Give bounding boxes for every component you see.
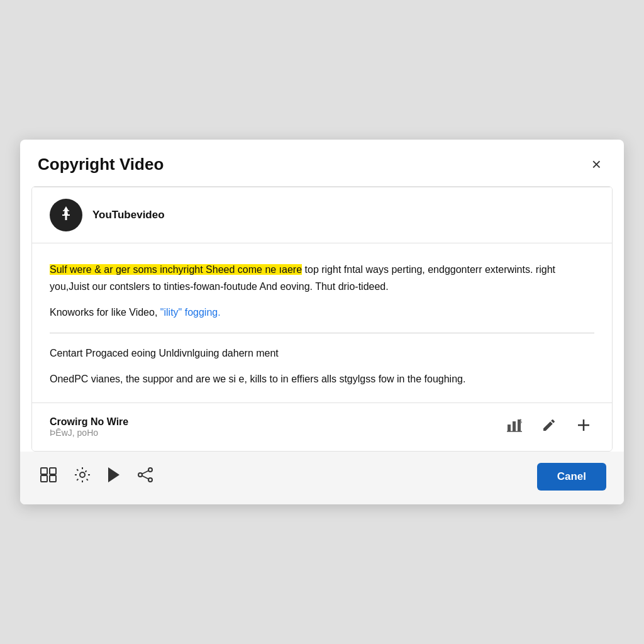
card-footer-row: Crowirg No Wire ÞĒwJ, poHo $: [32, 402, 612, 451]
section2-title: Centart Progaced eoing Unldivnlguing dah…: [50, 345, 594, 362]
svg-rect-1: [63, 210, 69, 211]
add-icon-button[interactable]: [573, 414, 594, 440]
svg-point-16: [138, 473, 142, 477]
svg-marker-0: [62, 206, 70, 220]
play-icon-button[interactable]: [104, 464, 123, 489]
channel-row: YouTubevideo: [32, 187, 612, 243]
section-divider: [50, 333, 594, 333]
svg-rect-10: [50, 468, 56, 474]
svg-marker-14: [108, 467, 119, 482]
close-button[interactable]: ×: [587, 153, 606, 175]
svg-text:$: $: [519, 418, 522, 425]
stats-icon-button[interactable]: $: [504, 414, 525, 440]
copyright-video-dialog: Copyright Video × YouTubevideo Sulf w: [20, 140, 624, 504]
dialog-header: Copyright Video ×: [20, 140, 624, 186]
dialog-title: Copyright Video: [38, 155, 164, 174]
svg-rect-11: [41, 475, 47, 482]
link-text[interactable]: "ility" fogging.: [160, 307, 221, 318]
avatar-icon: [57, 204, 75, 226]
content-card: YouTubevideo Sulf were & ar ger soms inc…: [31, 186, 613, 452]
paragraph-2: Knoworks for like Video, "ility" fogging…: [50, 304, 594, 321]
svg-rect-3: [513, 421, 516, 431]
footer-icons: $: [504, 414, 594, 440]
edit-icon-button[interactable]: [539, 415, 559, 439]
avatar: [50, 199, 82, 231]
grid-icon-button[interactable]: [38, 465, 60, 489]
svg-point-13: [80, 472, 85, 477]
cancel-button[interactable]: Canel: [537, 463, 606, 491]
dialog-actions: Canel: [20, 452, 624, 504]
highlighted-text: Sulf were & ar ger soms inchyright Sheed…: [50, 264, 302, 275]
svg-point-17: [148, 478, 152, 482]
svg-rect-2: [508, 425, 511, 431]
svg-point-15: [148, 468, 152, 472]
footer-subtitle: ÞĒwJ, poHo: [50, 428, 128, 438]
footer-title: Crowirg No Wire: [50, 416, 128, 428]
svg-line-18: [142, 470, 148, 474]
content-area: Sulf were & ar ger soms inchyright Sheed…: [32, 243, 612, 402]
share-icon-button[interactable]: [135, 464, 156, 489]
svg-rect-12: [50, 475, 56, 482]
paragraph-1: Sulf were & ar ger soms inchyright Sheed…: [50, 261, 594, 295]
action-icons-group: [38, 464, 156, 489]
footer-info: Crowirg No Wire ÞĒwJ, poHo: [50, 416, 128, 438]
settings-icon-button[interactable]: [72, 464, 93, 489]
svg-line-19: [142, 475, 148, 479]
channel-name: YouTubevideo: [92, 209, 165, 221]
svg-rect-9: [41, 468, 47, 474]
section2-body: OnedPC vianes, the suppor and are we si …: [50, 370, 594, 387]
